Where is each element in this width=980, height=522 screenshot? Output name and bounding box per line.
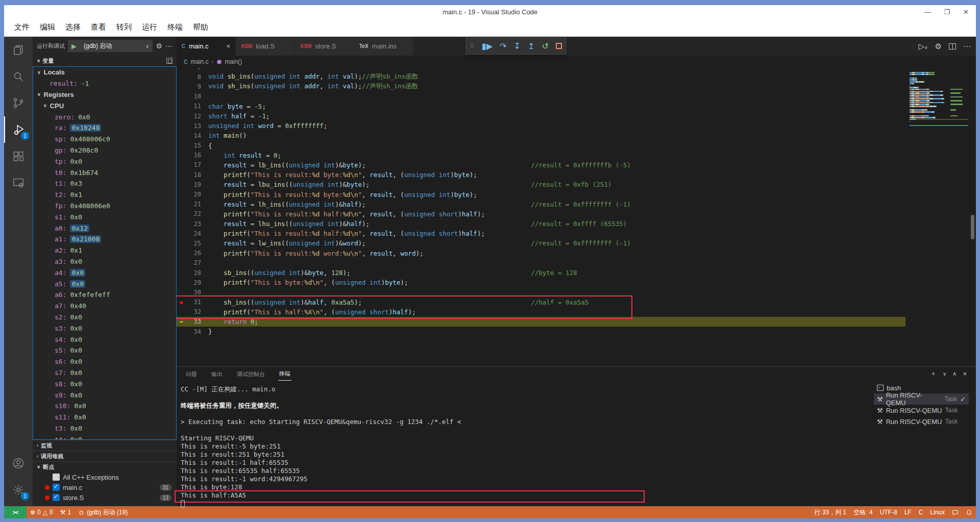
variable-row-s3[interactable]: s3:0x0 — [33, 322, 176, 334]
close-button[interactable]: ✕ — [963, 8, 969, 16]
status-eol[interactable]: LF — [901, 506, 915, 518]
drag-handle[interactable]: ⠿ — [470, 43, 475, 49]
editor-scrollbar[interactable] — [971, 215, 974, 239]
restart-icon[interactable]: ↺ — [542, 41, 548, 51]
notifications-bell-icon[interactable] — [962, 506, 976, 518]
variable-row-s9[interactable]: s9:0x0 — [33, 389, 176, 401]
tab-main.ins[interactable]: TeXmain.ins — [354, 37, 413, 56]
status-encoding[interactable]: UTF-8 — [876, 506, 901, 518]
variable-row-t3[interactable]: t3:0x0 — [33, 423, 176, 434]
variable-row-t1[interactable]: t1:0x3 — [33, 178, 176, 189]
remote-indicator[interactable]: >< — [4, 506, 27, 518]
variables-section-header[interactable]: ∨ 变量 — [33, 55, 177, 66]
variable-row-s5[interactable]: s5:0x0 — [33, 345, 176, 356]
panel-tab-输出[interactable]: 输出 — [210, 368, 224, 381]
code-editor[interactable]: 78void sb_ins(unsigned int addr, int val… — [177, 68, 976, 366]
breakpoint-checkbox[interactable] — [53, 494, 60, 501]
callstack-section-header[interactable]: › 调用堆栈 — [33, 451, 177, 461]
settings-gear-icon[interactable]: 1 — [4, 477, 33, 503]
more-actions-icon[interactable]: ⋯ — [165, 42, 173, 50]
status-indentation[interactable]: 空格: 4 — [850, 506, 876, 518]
panel-tab-问题[interactable]: 问题 — [185, 368, 198, 381]
extensions-icon[interactable] — [4, 143, 33, 169]
variable-row-t4[interactable]: t4:0x0 — [33, 434, 176, 440]
variable-row-s8[interactable]: s8:0x0 — [33, 378, 176, 389]
terminal-list-item-3[interactable]: ⚒Run RISCV-QEMUTask — [874, 416, 969, 427]
variable-row-gp[interactable]: gp:0x208c0 — [33, 145, 176, 156]
debug-gear-icon[interactable]: ⚙ — [156, 42, 162, 50]
breakpoint-row-main.c[interactable]: main.c31 — [33, 482, 177, 492]
tab-store.S[interactable]: ASMstore.S — [295, 37, 354, 56]
variable-row-s11[interactable]: s11:0x0 — [33, 412, 176, 423]
breakpoint-row-store.S[interactable]: store.S13 — [33, 492, 177, 503]
explorer-icon[interactable] — [4, 37, 33, 63]
variable-row-a5[interactable]: a5:0x0 — [33, 278, 176, 289]
continue-icon[interactable]: ▮▶ — [482, 41, 493, 51]
breadcrumb-file[interactable]: main.c — [190, 58, 208, 65]
variable-row-a6[interactable]: a6:0xfefefeff — [33, 289, 176, 301]
run-and-debug-icon[interactable]: 1 — [4, 116, 33, 143]
step-out-icon[interactable]: ↥ — [528, 41, 534, 51]
remote-explorer-icon[interactable] — [4, 169, 33, 196]
menu-item-选择[interactable]: 选择 — [61, 20, 85, 34]
status-language-mode[interactable]: C — [915, 506, 927, 518]
variable-row-a3[interactable]: a3:0x0 — [33, 256, 176, 267]
variable-row-tp[interactable]: tp:0x0 — [33, 156, 176, 167]
breakpoints-section-header[interactable]: ∨ 断点 — [33, 461, 177, 472]
terminal-output[interactable]: CC -[M] 正在构建... main.o终端将被任务重用，按任意键关闭。> … — [181, 385, 461, 508]
restore-button[interactable]: ❐ — [944, 8, 950, 16]
variable-row-a1[interactable]: a1:0x21008 — [33, 234, 176, 245]
variable-row-sp[interactable]: sp:0x408006c0 — [33, 134, 176, 145]
editor-more-icon[interactable]: ⋯ — [963, 42, 971, 51]
breadcrumb-symbol[interactable]: main() — [225, 58, 242, 65]
step-over-icon[interactable]: ↷ — [500, 41, 506, 51]
panel-tab-调试控制台[interactable]: 调试控制台 — [236, 368, 266, 381]
terminal-list-item-1[interactable]: ⚒Run RISCV-QEMUTask✓ — [874, 393, 969, 405]
breakpoint-row-All-C-Exceptions[interactable]: All C++ Exceptions — [33, 472, 177, 482]
split-editor-icon[interactable] — [949, 43, 956, 49]
variable-row-a0[interactable]: a0:0x12 — [33, 222, 176, 234]
menu-item-终端[interactable]: 终端 — [163, 20, 187, 34]
menu-item-文件[interactable]: 文件 — [10, 20, 34, 34]
variable-row-a2[interactable]: a2:0x1 — [33, 245, 176, 256]
breadcrumb[interactable]: C main.c › ⬢ main() — [177, 56, 976, 68]
variable-row-s10[interactable]: s10:0x0 — [33, 401, 176, 412]
variable-row-s1[interactable]: s1:0x0 — [33, 211, 176, 222]
menu-item-查看[interactable]: 查看 — [87, 20, 110, 34]
editor-gear-icon[interactable]: ⚙ — [935, 42, 942, 51]
terminal-list-item-2[interactable]: ⚒Run RISCV-QEMUTask — [874, 405, 969, 416]
variable-row-s7[interactable]: s7:0x0 — [33, 367, 176, 379]
watch-section-header[interactable]: › 监视 — [33, 440, 177, 451]
debug-start-icon[interactable]: ▶ — [71, 42, 77, 50]
panel-toggle-icon[interactable] — [166, 58, 173, 64]
tree-group-CPU[interactable]: ∨CPU — [33, 100, 176, 111]
variable-row-result[interactable]: result:-1 — [33, 78, 176, 89]
menu-item-转到[interactable]: 转到 — [112, 20, 136, 34]
tab-load.S[interactable]: ASMload.S — [236, 37, 295, 56]
tab-main.c[interactable]: Cmain.c× — [177, 37, 236, 56]
tree-group-Registers[interactable]: ∨Registers — [33, 89, 176, 101]
minimap[interactable] — [910, 70, 968, 122]
variable-row-s4[interactable]: s4:0x0 — [33, 334, 176, 345]
stop-icon[interactable] — [556, 43, 562, 49]
tab-close-icon[interactable]: × — [226, 42, 230, 50]
variable-row-ra[interactable]: ra:0x10248 — [33, 122, 176, 134]
variable-row-s2[interactable]: s2:0x0 — [33, 312, 176, 323]
tree-group-Locals[interactable]: ∨Locals — [33, 67, 176, 78]
variable-row-a4[interactable]: a4:0x0 — [33, 267, 176, 278]
run-or-debug-icon[interactable]: ▷∨ — [918, 42, 927, 51]
maximize-panel-icon[interactable]: ∧ — [952, 370, 957, 377]
gutter-glyph-margin[interactable]: → — [177, 318, 186, 325]
variable-row-a7[interactable]: a7:0x40 — [33, 301, 176, 312]
breakpoint-checkbox[interactable] — [53, 474, 60, 481]
status-cursor-position[interactable]: 行 33，列 1 — [811, 506, 850, 518]
running-tasks-status[interactable]: ⚒ 1 — [57, 506, 75, 518]
terminal-dropdown-icon[interactable]: ∨ — [943, 371, 946, 377]
step-into-icon[interactable]: ↧ — [514, 41, 521, 51]
accounts-icon[interactable] — [4, 450, 33, 477]
variable-row-fp[interactable]: fp:0x408006e0 — [33, 201, 176, 212]
variable-row-t0[interactable]: t0:0x1b674 — [33, 167, 176, 178]
source-control-icon[interactable] — [4, 90, 33, 116]
menu-item-运行[interactable]: 运行 — [138, 20, 161, 34]
problems-status[interactable]: ⊗ 0 △ 0 — [27, 506, 57, 518]
